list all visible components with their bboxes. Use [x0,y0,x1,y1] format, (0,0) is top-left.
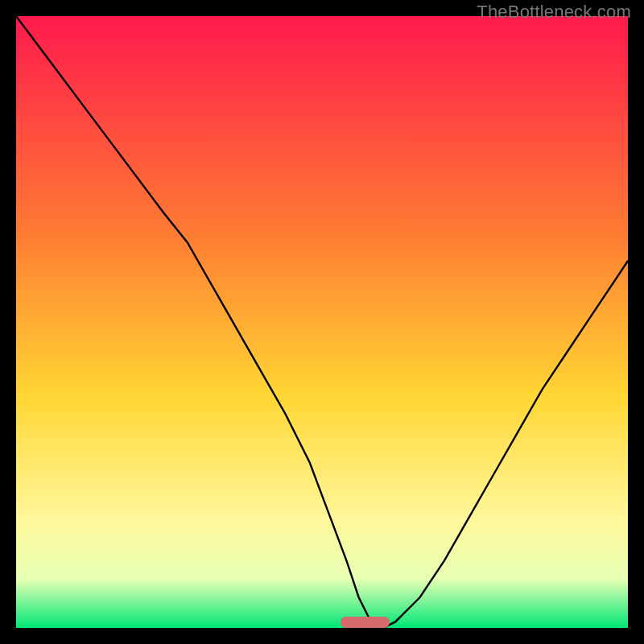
bottleneck-curve [16,16,628,628]
watermark-text: TheBottleneck.com [477,2,631,23]
optimal-marker [341,617,390,628]
curve-layer [16,16,628,628]
